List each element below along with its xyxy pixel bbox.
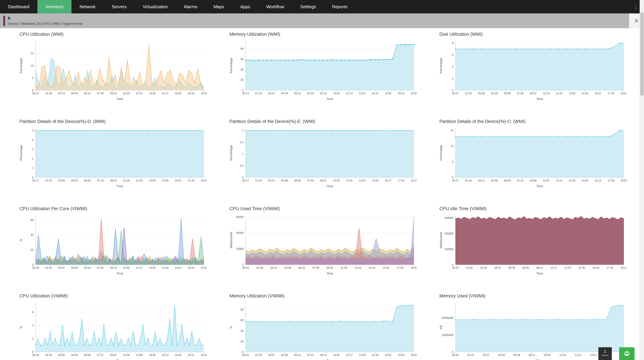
svg-text:08:52: 08:52 xyxy=(110,179,116,182)
svg-text:0: 0 xyxy=(452,176,454,179)
device-header: h Server | Windows 2012 R2 | WMI | Hyper… xyxy=(0,14,644,28)
svg-text:06:06: 06:06 xyxy=(84,354,91,356)
svg-text:60: 60 xyxy=(30,218,34,222)
svg-text:09:15: 09:15 xyxy=(110,92,116,95)
svg-text:10:45: 10:45 xyxy=(123,92,130,95)
svg-text:09:07: 09:07 xyxy=(110,354,116,356)
svg-text:03:16: 03:16 xyxy=(480,266,487,269)
svg-text:Time: Time xyxy=(326,359,333,360)
svg-text:10:18: 10:18 xyxy=(123,179,130,182)
svg-text:10000000: 10000000 xyxy=(442,334,454,336)
svg-text:06:24: 06:24 xyxy=(298,266,305,269)
svg-text:%: % xyxy=(230,326,233,329)
alarm-badge[interactable]: 1 Alarms xyxy=(598,347,612,360)
svg-text:03:07: 03:07 xyxy=(268,354,275,356)
top-nav: DashboardInventoryNetworkServersVirtuali… xyxy=(0,0,644,14)
nav-item-dashboard[interactable]: Dashboard xyxy=(0,0,38,14)
svg-text:0: 0 xyxy=(242,263,244,266)
svg-text:09:01: 09:01 xyxy=(320,179,326,182)
nav-item-apps[interactable]: Apps xyxy=(232,0,258,14)
svg-text:14:19: 14:19 xyxy=(368,266,375,269)
svg-text:Time: Time xyxy=(116,97,123,101)
svg-text:01:44: 01:44 xyxy=(465,179,472,182)
svg-text:KB: KB xyxy=(439,325,443,329)
svg-text:8: 8 xyxy=(452,42,454,44)
svg-text:18:24: 18:24 xyxy=(188,266,194,269)
nav-item-servers[interactable]: Servers xyxy=(104,0,135,14)
svg-text:01:35: 01:35 xyxy=(255,354,262,356)
nav-item-workflow[interactable]: Workflow xyxy=(258,0,292,14)
nav-item-alarms[interactable]: Alarms xyxy=(176,0,205,14)
svg-text:10: 10 xyxy=(30,64,34,67)
alarm-count: 1 xyxy=(598,349,612,354)
svg-text:16:45: 16:45 xyxy=(385,92,391,95)
svg-text:07:26: 07:26 xyxy=(517,92,524,95)
svg-text:03:09: 03:09 xyxy=(58,179,65,182)
nav-item-network[interactable]: Network xyxy=(72,0,104,14)
svg-text:2: 2 xyxy=(32,337,34,340)
svg-text:10:45: 10:45 xyxy=(333,354,340,356)
svg-text:40: 40 xyxy=(240,330,244,332)
svg-text:17:26: 17:26 xyxy=(608,92,614,95)
svg-text:04:43: 04:43 xyxy=(281,92,288,95)
svg-text:00:03: 00:03 xyxy=(32,354,39,356)
svg-text:10:25: 10:25 xyxy=(543,179,550,182)
svg-text:Time: Time xyxy=(116,184,123,188)
svg-text:5: 5 xyxy=(452,160,454,163)
svg-text:17:44: 17:44 xyxy=(398,179,404,182)
nav-item-virtualization[interactable]: Virtualization xyxy=(135,0,176,14)
chart-title: Memory Utilization (VIWMI) xyxy=(230,293,424,298)
svg-text:11:52: 11:52 xyxy=(556,179,562,182)
chart-card: CPU Idle Time (VIWMI)0100000200000300000… xyxy=(439,206,634,276)
vertical-scrollbar xyxy=(640,0,644,360)
svg-text:Time: Time xyxy=(326,184,333,188)
svg-text:20: 20 xyxy=(240,78,244,81)
svg-text:Time: Time xyxy=(536,272,543,275)
svg-text:0: 0 xyxy=(242,176,244,179)
svg-text:00:03: 00:03 xyxy=(242,354,249,356)
svg-text:6: 6 xyxy=(452,54,454,56)
svg-text:0: 0 xyxy=(242,350,244,354)
chart-title: Partition Details of the Device(%)-E: (W… xyxy=(230,119,424,124)
svg-text:09:34: 09:34 xyxy=(326,266,333,269)
chart-title: CPU Utilization (VIWMI) xyxy=(20,293,214,298)
svg-text:01:44: 01:44 xyxy=(45,92,52,95)
svg-text:01:45: 01:45 xyxy=(255,179,262,182)
svg-text:19:45: 19:45 xyxy=(411,92,417,95)
nav-item-reports[interactable]: Reports xyxy=(324,0,356,14)
svg-text:13:49: 13:49 xyxy=(359,354,366,356)
svg-text:03:21: 03:21 xyxy=(483,354,490,356)
svg-text:12:14: 12:14 xyxy=(346,92,352,95)
svg-text:11:34: 11:34 xyxy=(560,354,566,356)
chart-card: CPU Utilization (WMI)05101500:1301:4403:… xyxy=(19,32,214,101)
svg-text:03:14: 03:14 xyxy=(58,92,65,95)
alarm-label: Alarms xyxy=(598,354,612,356)
svg-text:00:03: 00:03 xyxy=(452,354,459,356)
svg-text:07:37: 07:37 xyxy=(97,354,104,356)
svg-text:01:34: 01:34 xyxy=(45,354,52,356)
svg-text:04:48: 04:48 xyxy=(284,266,291,269)
chart-card: Partition Details of the Device(%)-E: (W… xyxy=(229,119,424,188)
nav-item-inventory[interactable]: Inventory xyxy=(38,0,72,14)
svg-text:0: 0 xyxy=(242,89,244,92)
svg-text:12:08: 12:08 xyxy=(136,354,142,356)
device-subtitle: Server | Windows 2012 R2 | WMI | HyperV-… xyxy=(8,22,82,26)
svg-text:16:17: 16:17 xyxy=(385,179,391,182)
svg-text:1.5: 1.5 xyxy=(240,141,244,144)
svg-text:04:38: 04:38 xyxy=(491,179,498,182)
chart-card: Partition Details of the Device(%)-C: (W… xyxy=(439,119,634,188)
svg-text:20: 20 xyxy=(30,248,34,251)
svg-text:15: 15 xyxy=(30,52,34,55)
svg-text:19:04: 19:04 xyxy=(411,266,417,269)
svg-text:18:52: 18:52 xyxy=(620,92,626,95)
chart-title: Memory Utilization (WMI) xyxy=(230,32,424,37)
print-button[interactable] xyxy=(619,347,634,360)
svg-text:19:56: 19:56 xyxy=(201,266,207,269)
svg-text:4: 4 xyxy=(32,138,34,142)
svg-text:12:17: 12:17 xyxy=(346,354,352,356)
scrollbar-thumb[interactable] xyxy=(640,12,644,96)
svg-text:16:06: 16:06 xyxy=(592,266,599,269)
nav-item-settings[interactable]: Settings xyxy=(292,0,324,14)
nav-item-maps[interactable]: Maps xyxy=(205,0,232,14)
svg-text:40000: 40000 xyxy=(236,232,244,234)
